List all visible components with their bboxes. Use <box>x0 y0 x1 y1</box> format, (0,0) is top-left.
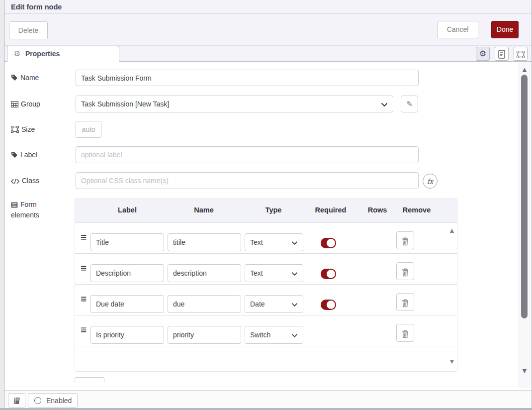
chevron-down-icon <box>292 238 297 246</box>
document-icon <box>498 50 506 59</box>
tab-button-appearance[interactable] <box>514 47 528 61</box>
tab-button-description[interactable] <box>495 47 509 61</box>
element-type-select[interactable]: Text <box>245 233 303 251</box>
remove-element-button[interactable] <box>396 324 414 342</box>
node-red-editor: Edit form node Delete Cancel Done ⚙ Prop… <box>0 0 532 410</box>
element-type-select[interactable]: Date <box>245 295 303 313</box>
column-header-remove: Remove <box>403 206 431 214</box>
tray-left-edge <box>0 0 4 410</box>
chevron-down-icon <box>292 331 297 339</box>
column-header-label: Label <box>118 206 137 214</box>
drag-handle-icon[interactable]: ≡ <box>81 293 87 305</box>
element-name-input[interactable] <box>168 295 241 313</box>
form-element-row: ≡ Text <box>75 223 457 254</box>
required-toggle[interactable] <box>321 300 336 310</box>
tab-properties[interactable]: ⚙ Properties <box>7 46 119 62</box>
enabled-toggle-button[interactable]: Enabled <box>28 393 78 408</box>
column-header-name: Name <box>194 206 214 214</box>
group-field-label: Group <box>11 100 40 109</box>
pencil-icon: ✎ <box>406 100 413 108</box>
element-name-input[interactable] <box>168 264 241 282</box>
group-select-value: Task Submission [New Task] <box>81 100 169 108</box>
list-icon <box>11 201 18 210</box>
scroll-up-icon[interactable]: ▲ <box>518 65 531 74</box>
table-scroll-down-icon[interactable]: ▼ <box>447 357 457 365</box>
form-element-row: ≡ Switch <box>75 315 457 346</box>
group-select[interactable]: Task Submission [New Task] <box>76 96 393 112</box>
code-icon <box>11 178 19 186</box>
chevron-down-icon <box>381 100 387 108</box>
size-auto-button[interactable]: auto <box>76 121 101 138</box>
chevron-down-icon <box>292 300 297 308</box>
gear-icon: ⚙ <box>479 49 486 58</box>
form-elements-table: Label Name Type Required Rows Remove ≡ T… <box>75 199 457 372</box>
dialog-title: Edit form node <box>11 3 62 11</box>
bottom-edge <box>0 408 532 410</box>
tag-icon <box>11 74 18 83</box>
column-header-rows: Rows <box>368 206 387 214</box>
fx-icon: fx <box>427 178 433 185</box>
trash-icon <box>402 268 409 277</box>
object-group-icon <box>517 51 525 58</box>
dialog-scrollbar: ▲ ▼ <box>518 62 531 388</box>
dialog-toolbar: Delete Cancel Done <box>4 14 532 46</box>
label-input[interactable] <box>76 146 419 163</box>
size-field-label: Size <box>11 125 35 134</box>
drag-handle-icon[interactable]: ≡ <box>81 324 87 336</box>
element-name-input[interactable] <box>168 326 241 344</box>
element-label-input[interactable] <box>90 295 164 313</box>
remove-element-button[interactable] <box>396 293 414 311</box>
edit-group-button[interactable]: ✎ <box>401 96 418 112</box>
done-button[interactable]: Done <box>491 21 519 38</box>
element-label-input[interactable] <box>90 326 164 344</box>
chevron-down-icon <box>292 269 297 277</box>
tab-button-properties[interactable]: ⚙ <box>476 47 490 61</box>
tab-properties-label: Properties <box>25 50 60 58</box>
column-header-type: Type <box>266 206 282 214</box>
class-input[interactable] <box>76 172 419 189</box>
element-type-select[interactable]: Switch <box>245 326 303 344</box>
drag-handle-icon[interactable]: ≡ <box>81 231 87 243</box>
dialog-header: Edit form node <box>4 0 532 14</box>
table-scroll-up-icon[interactable]: ▲ <box>447 226 457 234</box>
expression-fx-button[interactable]: fx <box>423 174 438 189</box>
element-label-input[interactable] <box>90 264 164 282</box>
name-input[interactable] <box>76 70 419 86</box>
scrollbar-thumb[interactable] <box>521 75 528 318</box>
scroll-down-icon[interactable]: ▼ <box>518 366 531 375</box>
edit-form-node-dialog: Edit form node Delete Cancel Done ⚙ Prop… <box>4 0 532 410</box>
class-field-label: Class <box>11 177 39 186</box>
book-icon <box>13 397 20 405</box>
required-toggle[interactable] <box>321 238 336 248</box>
delete-button[interactable]: Delete <box>9 21 48 39</box>
label-field-label: Label <box>11 151 37 160</box>
trash-icon <box>402 330 409 338</box>
column-header-required: Required <box>315 206 347 214</box>
cancel-button[interactable]: Cancel <box>437 21 478 38</box>
drag-handle-icon[interactable]: ≡ <box>81 262 87 274</box>
library-button[interactable] <box>8 393 25 408</box>
required-toggle[interactable] <box>321 269 336 279</box>
remove-element-button[interactable] <box>396 231 414 249</box>
editor-tab-bar: ⚙ Properties ⚙ <box>4 46 532 62</box>
dialog-footer: Enabled <box>4 390 532 408</box>
trash-icon <box>402 299 409 308</box>
status-circle-icon <box>34 397 41 404</box>
enabled-label: Enabled <box>46 397 72 405</box>
gear-icon: ⚙ <box>14 49 20 58</box>
remove-element-button[interactable] <box>396 262 414 280</box>
form-element-row: ≡ Text <box>75 254 457 285</box>
object-size-icon <box>11 126 19 134</box>
element-name-input[interactable] <box>168 233 241 251</box>
add-element-button[interactable] <box>75 377 104 383</box>
form-elements-table-header: Label Name Type Required Rows Remove <box>75 199 457 223</box>
tag-icon <box>11 151 18 160</box>
name-field-label: Name <box>11 74 39 83</box>
element-label-input[interactable] <box>90 233 164 251</box>
table-grid-icon <box>11 101 18 109</box>
form-element-row: ≡ Date <box>75 285 457 315</box>
trash-icon <box>402 237 409 246</box>
form-elements-label: Form elements <box>11 200 56 220</box>
element-type-select[interactable]: Text <box>245 264 303 282</box>
